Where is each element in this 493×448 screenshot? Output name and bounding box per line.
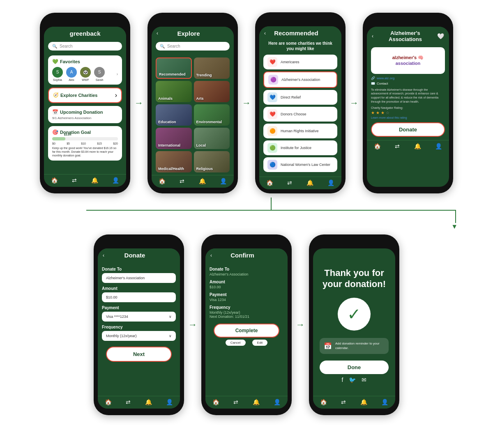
fav-sophia[interactable]: S Sophia xyxy=(52,67,63,81)
nav-person-icon-3[interactable]: 👤 xyxy=(327,179,334,186)
notch-recommended xyxy=(288,18,313,24)
row-connector: ▼ xyxy=(8,198,485,230)
calendar-reminder-icon: 📅 xyxy=(324,342,332,350)
charity-alzheimers[interactable]: 🟣 Alzheimer's Association xyxy=(263,71,337,88)
thankyou-message: Thank you for your donation! xyxy=(313,260,395,294)
mail-icon: ✉️ xyxy=(371,82,375,85)
reminder-text: Add donation reminder to your calendar. xyxy=(335,341,385,350)
facebook-icon[interactable]: f xyxy=(342,377,343,383)
nav-bell-icon-5[interactable]: 🔔 xyxy=(145,399,152,405)
category-medical[interactable]: Medical/Health xyxy=(156,151,192,172)
twitter-icon[interactable]: 🐦 xyxy=(349,377,356,383)
nav-bell-icon-7[interactable]: 🔔 xyxy=(360,399,367,405)
category-religious-label: Religious xyxy=(196,167,213,171)
direct-relief-name: Direct Relief xyxy=(281,95,301,99)
target-icon: 🎯 xyxy=(52,129,58,135)
donate-button[interactable]: Donate xyxy=(371,122,445,137)
alzheimers-contact[interactable]: ✉️ Contact xyxy=(371,82,445,85)
nav-home-icon[interactable]: 🏠 xyxy=(51,177,58,184)
nav-home-icon-5[interactable]: 🏠 xyxy=(105,399,112,405)
nav-home-icon-6[interactable]: 🏠 xyxy=(212,399,219,405)
explore-label: 🧭 Explore Charities xyxy=(53,92,97,98)
home-search-bar[interactable]: 🔍 Search xyxy=(48,42,122,51)
category-environmental[interactable]: Environmental xyxy=(194,104,230,126)
nav-exchange-icon-2[interactable]: ⇄ xyxy=(180,178,184,184)
confirm-payment-label: Payment xyxy=(210,292,283,297)
fav-alex[interactable]: A Alex xyxy=(66,67,77,81)
nav-exchange-icon-5[interactable]: ⇄ xyxy=(126,399,131,405)
donate-to-label: Donate To xyxy=(102,267,176,271)
human-rights-name: Human Rights Initiative xyxy=(281,129,319,133)
complete-button[interactable]: Complete xyxy=(214,324,279,338)
alzheimers-website-link[interactable]: 🔗 www.alz.org xyxy=(371,76,445,80)
phone-home: greenback 🔍 Search 💚 Favorites S Sophi xyxy=(40,13,130,193)
donate-to-input[interactable]: Alzheimer's Association xyxy=(102,273,176,283)
charity-human-rights[interactable]: 🟠 Human Rights Initiative xyxy=(263,124,337,138)
payment-input[interactable]: Visa ****1234 ∨ xyxy=(102,312,176,322)
nav-home-icon-7[interactable]: 🏠 xyxy=(320,399,327,405)
connector-vertical-2 xyxy=(455,211,456,223)
email-share-icon[interactable]: ✉ xyxy=(362,377,366,383)
nav-home-icon-3[interactable]: 🏠 xyxy=(266,179,273,186)
amount-input[interactable]: $10.00 xyxy=(102,292,176,302)
explore-search-bar[interactable]: 🔍 Search xyxy=(156,42,230,51)
notch-donate xyxy=(127,240,151,246)
nav-bell-icon-3[interactable]: 🔔 xyxy=(306,179,313,186)
category-religious[interactable]: Religious xyxy=(194,151,230,172)
header-recommended: ‹ Recommended xyxy=(259,26,341,39)
nav-exchange-icon-3[interactable]: ⇄ xyxy=(287,179,292,186)
nav-person-icon[interactable]: 👤 xyxy=(112,177,119,184)
confirm-payment-value: Visa 1234 xyxy=(210,298,283,302)
nav-person-icon-2[interactable]: 👤 xyxy=(220,178,227,184)
upcoming-title: 📅 Upcoming Donation xyxy=(52,109,118,115)
nav-person-icon-4[interactable]: 👤 xyxy=(435,143,442,149)
connector-shape: ▼ xyxy=(86,198,456,230)
charity-americares[interactable]: ❤️ Americares xyxy=(263,55,337,69)
category-arts[interactable]: Arts xyxy=(194,81,230,102)
category-recommended[interactable]: Recommended xyxy=(156,57,192,79)
frequency-input[interactable]: Monthly (12x/year) ∨ xyxy=(102,331,176,341)
done-button[interactable]: Done xyxy=(320,361,389,374)
category-international[interactable]: International xyxy=(156,128,192,149)
charity-institute-justice[interactable]: 🟢 Institute for Justice xyxy=(263,140,337,155)
fav-sarah[interactable]: S Sarah xyxy=(94,67,105,81)
nav-bell-icon[interactable]: 🔔 xyxy=(91,177,98,184)
nav-exchange-icon-6[interactable]: ⇄ xyxy=(233,399,238,405)
nav-person-icon-5[interactable]: 👤 xyxy=(166,399,173,405)
home-search-placeholder: Search xyxy=(60,44,73,48)
nav-exchange-icon-4[interactable]: ⇄ xyxy=(395,143,400,149)
category-local[interactable]: Local xyxy=(194,128,230,149)
heart-fav-icon[interactable]: 🤍 xyxy=(437,33,444,39)
nav-home-icon-2[interactable]: 🏠 xyxy=(159,178,166,184)
nav-person-icon-6[interactable]: 👤 xyxy=(274,399,281,405)
nav-bell-icon-2[interactable]: 🔔 xyxy=(199,178,206,184)
nav-exchange-icon-7[interactable]: ⇄ xyxy=(341,399,346,405)
payment-label: Payment xyxy=(102,306,176,310)
category-education[interactable]: Education xyxy=(156,104,192,126)
rating-link[interactable]: Learn more about this rating xyxy=(371,116,445,119)
nav-exchange-icon[interactable]: ⇄ xyxy=(72,177,77,184)
bottom-nav-confirm: 🏠 ⇄ 🔔 👤 xyxy=(205,396,288,409)
nav-person-icon-7[interactable]: 👤 xyxy=(381,399,388,405)
nav-bell-icon-4[interactable]: 🔔 xyxy=(414,143,421,149)
edit-button[interactable]: Edit xyxy=(252,340,268,346)
institute-justice-logo: 🟢 xyxy=(267,143,277,153)
charity-womens-law[interactable]: 🔵 National Women's Law Center xyxy=(263,157,337,172)
cancel-button[interactable]: Cancel xyxy=(226,340,246,346)
category-animals-label: Animals xyxy=(158,96,173,101)
fav-wwf[interactable]: 🐼 WWF xyxy=(80,67,91,81)
bottom-nav-donate: 🏠 ⇄ 🔔 👤 xyxy=(98,396,180,409)
confirm-title: Confirm xyxy=(212,252,273,259)
charity-donors-choose[interactable]: ❤️ Donors Choose xyxy=(263,107,337,122)
screen-recommended: ‹ Recommended Here are some charities we… xyxy=(259,26,341,189)
nav-bell-icon-6[interactable]: 🔔 xyxy=(253,399,260,405)
frequency-label: Frequency xyxy=(102,325,176,329)
charity-direct-relief[interactable]: 💙 Direct Relief xyxy=(263,90,337,105)
category-animals[interactable]: Animals xyxy=(156,81,192,102)
heart-icon: 💚 xyxy=(52,59,58,64)
explore-charities-btn[interactable]: 🧭 Explore Charities › xyxy=(48,87,122,103)
nav-home-icon-4[interactable]: 🏠 xyxy=(374,143,381,149)
next-button[interactable]: Next xyxy=(106,347,172,362)
recommended-subtitle: Here are some charities we think you mig… xyxy=(259,39,341,51)
category-trending[interactable]: Trending xyxy=(194,57,230,79)
